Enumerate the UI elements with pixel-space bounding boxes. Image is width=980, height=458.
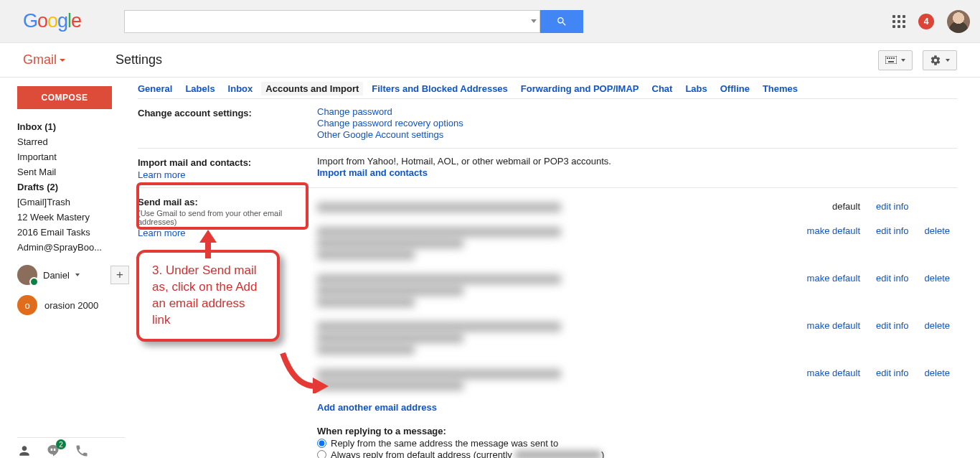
search-button[interactable] xyxy=(540,10,583,33)
settings-content: General Labels Inbox Accounts and Import… xyxy=(136,78,980,458)
svg-rect-5 xyxy=(888,61,894,62)
delete-link[interactable]: delete xyxy=(925,273,950,284)
top-bar: Google 4 xyxy=(0,0,980,43)
svg-rect-2 xyxy=(889,57,890,59)
contact-name: orasion 2000 xyxy=(44,300,98,311)
reply-same-radio[interactable] xyxy=(317,439,326,448)
search-input[interactable] xyxy=(125,11,527,32)
tab-accounts-import[interactable]: Accounts and Import xyxy=(261,82,363,95)
top-right-controls: 4 xyxy=(892,10,970,33)
chevron-down-icon xyxy=(946,59,950,62)
hangouts-tab[interactable]: 2 xyxy=(46,444,60,458)
svg-rect-0 xyxy=(885,56,897,64)
delete-link[interactable]: delete xyxy=(925,320,950,331)
add-another-email-link[interactable]: Add another email address xyxy=(317,402,437,413)
gmail-label-text: Gmail xyxy=(23,52,57,67)
tab-offline[interactable]: Offline xyxy=(720,83,750,94)
logo-g: G xyxy=(23,10,37,32)
settings-tabs: General Labels Inbox Accounts and Import… xyxy=(138,83,957,99)
toolbar-right xyxy=(878,50,957,70)
gear-icon xyxy=(930,55,941,66)
compose-button[interactable]: COMPOSE xyxy=(17,86,112,109)
contact-avatar-icon: o xyxy=(17,295,37,315)
reply-option-same[interactable]: Reply from the same address the message … xyxy=(317,438,957,449)
tab-labs[interactable]: Labs xyxy=(685,83,707,94)
chevron-down-icon xyxy=(901,59,905,62)
apps-icon[interactable] xyxy=(892,15,905,28)
user-avatar-icon xyxy=(17,265,37,285)
make-default-link[interactable]: make default xyxy=(807,368,860,378)
edit-info-link[interactable]: edit info xyxy=(876,320,909,331)
nav-trash[interactable]: [Gmail]Trash xyxy=(17,195,136,210)
tab-inbox[interactable]: Inbox xyxy=(228,83,253,94)
phone-icon xyxy=(75,444,89,458)
nav-important[interactable]: Important xyxy=(17,149,136,164)
change-password-link[interactable]: Change password xyxy=(317,106,392,117)
hangouts-tabs: 2 xyxy=(17,437,125,458)
settings-button[interactable] xyxy=(923,50,957,70)
annotation-callout: 3. Under Send mail as, click on the Add … xyxy=(136,250,280,342)
logo-e: e xyxy=(71,10,81,32)
nav-list: Inbox (1) Starred Important Sent Mail Dr… xyxy=(17,119,136,255)
default-indicator: default xyxy=(832,201,860,212)
nav-sent[interactable]: Sent Mail xyxy=(17,164,136,179)
delete-link[interactable]: delete xyxy=(925,225,950,236)
edit-info-link[interactable]: edit info xyxy=(876,368,909,378)
reply-default-radio[interactable] xyxy=(317,450,326,458)
tab-labels[interactable]: Labels xyxy=(185,83,215,94)
gmail-menu[interactable]: Gmail xyxy=(23,52,65,67)
nav-inbox[interactable]: Inbox (1) xyxy=(17,119,136,134)
reply-option-default[interactable]: Always reply from default address (curre… xyxy=(317,449,957,458)
contacts-tab[interactable] xyxy=(17,444,32,458)
delete-link[interactable]: delete xyxy=(925,368,950,378)
reply-header: When replying to a message: xyxy=(317,426,957,436)
hangouts-user-row[interactable]: Daniel + xyxy=(17,265,136,285)
phone-tab[interactable] xyxy=(75,444,89,458)
search-input-wrapper[interactable] xyxy=(124,10,540,33)
table-row: default edit info delete xyxy=(317,195,957,220)
logo-o2: o xyxy=(47,10,57,32)
nav-starred[interactable]: Starred xyxy=(17,134,136,149)
send-mail-as-table: default edit info delete make default ed… xyxy=(317,195,957,398)
edit-info-link[interactable]: edit info xyxy=(876,225,909,236)
hangouts-contact[interactable]: o orasion 2000 xyxy=(17,295,136,315)
table-row: make default edit info delete xyxy=(317,362,957,398)
search-box xyxy=(124,10,583,33)
notifications-badge[interactable]: 4 xyxy=(918,14,934,29)
make-default-link[interactable]: make default xyxy=(807,225,860,236)
reply-option-default-label: Always reply from default address (curre… xyxy=(331,449,512,458)
account-avatar[interactable] xyxy=(947,10,970,33)
search-icon xyxy=(556,16,567,27)
table-row: make default edit info delete xyxy=(317,314,957,362)
reply-option-default-suffix: ) xyxy=(601,449,604,458)
section-change-account: Change account settings: Change password… xyxy=(138,99,957,149)
tab-forwarding[interactable]: Forwarding and POP/IMAP xyxy=(521,83,639,94)
tab-filters[interactable]: Filters and Blocked Addresses xyxy=(372,83,508,94)
change-recovery-link[interactable]: Change password recovery options xyxy=(317,118,463,128)
make-default-link[interactable]: make default xyxy=(807,273,860,284)
blurred-email xyxy=(515,450,601,459)
tab-general[interactable]: General xyxy=(138,83,172,94)
new-hangout-button[interactable]: + xyxy=(110,266,129,284)
edit-info-link[interactable]: edit info xyxy=(876,273,909,284)
other-account-settings-link[interactable]: Other Google Account settings xyxy=(317,129,443,140)
chevron-down-icon xyxy=(60,59,65,62)
nav-label-3[interactable]: Admin@SprayBoo... xyxy=(17,240,136,255)
import-learn-more-link[interactable]: Learn more xyxy=(138,169,185,180)
nav-label-1[interactable]: 12 Week Mastery xyxy=(17,210,136,225)
make-default-link[interactable]: make default xyxy=(807,320,860,331)
reply-option-same-label: Reply from the same address the message … xyxy=(331,438,558,449)
hangouts-badge: 2 xyxy=(56,439,66,449)
tab-chat[interactable]: Chat xyxy=(652,83,673,94)
nav-drafts[interactable]: Drafts (2) xyxy=(17,179,136,195)
input-tools-button[interactable] xyxy=(878,50,913,70)
google-logo[interactable]: Google xyxy=(23,10,81,32)
tab-themes[interactable]: Themes xyxy=(763,83,798,94)
search-dropdown-caret-icon[interactable] xyxy=(531,19,537,23)
person-icon xyxy=(17,444,32,458)
nav-label-2[interactable]: 2016 Email Tasks xyxy=(17,225,136,240)
change-account-title: Change account settings: xyxy=(138,108,317,118)
edit-info-link[interactable]: edit info xyxy=(876,201,909,212)
keyboard-icon xyxy=(885,56,897,64)
import-mail-contacts-link[interactable]: Import mail and contacts xyxy=(317,167,428,178)
